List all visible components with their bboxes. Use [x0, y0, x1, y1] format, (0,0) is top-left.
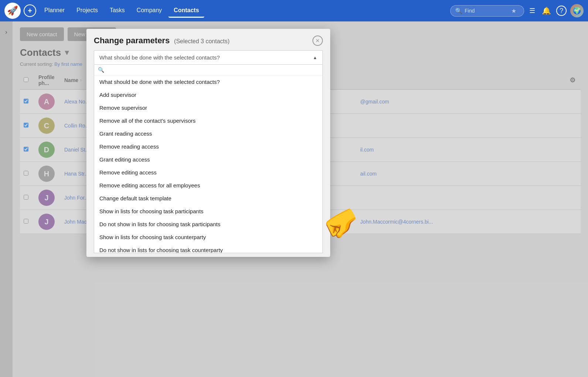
- modal-title: Change parameters: [94, 36, 170, 45]
- dropdown-item[interactable]: Remove reading access: [94, 140, 322, 153]
- dropdown-item[interactable]: Remove supervisor: [94, 101, 322, 114]
- modal-title-area: Change parameters (Selected 3 contacts): [94, 36, 230, 45]
- dropdown-item[interactable]: Remove all of the contact's supervisors: [94, 114, 322, 127]
- dropdown-item[interactable]: Do not show in lists for choosing task c…: [94, 244, 322, 253]
- help-icon[interactable]: ?: [556, 6, 567, 16]
- dropdown-item[interactable]: Remove editing access: [94, 166, 322, 179]
- dropdown-item[interactable]: What should be done with the selected co…: [94, 75, 322, 88]
- modal-header: Change parameters (Selected 3 contacts) …: [86, 29, 330, 50]
- notification-icon[interactable]: 🔔: [540, 5, 553, 17]
- nav-contacts[interactable]: Contacts: [168, 4, 204, 18]
- nav-company[interactable]: Company: [131, 4, 167, 18]
- dropdown-selector[interactable]: What should be done with the selected co…: [94, 50, 323, 65]
- nav-tasks[interactable]: Tasks: [105, 4, 130, 18]
- dropdown-item[interactable]: Remove editing access for all employees: [94, 179, 322, 192]
- close-icon: ✕: [315, 38, 320, 44]
- dropdown-search-bar: 🔍: [94, 65, 322, 75]
- dropdown-item[interactable]: Change default task template: [94, 192, 322, 205]
- sidebar: ›: [0, 21, 13, 377]
- topnav-right: 🔍 ★ ☰ 🔔 ? 🌍: [450, 4, 584, 17]
- dropdown-panel: 🔍 What should be done with the selected …: [94, 65, 323, 253]
- user-avatar[interactable]: 🌍: [570, 4, 584, 17]
- chevron-up-icon: ▲: [313, 55, 317, 60]
- app-logo[interactable]: 🚀: [4, 3, 21, 19]
- global-search[interactable]: 🔍 ★: [450, 5, 524, 17]
- nav-planner[interactable]: Planner: [39, 4, 70, 18]
- main-area: › New contact New company Contacts ▼ Cur…: [0, 21, 588, 377]
- modal-subtitle: (Selected 3 contacts): [174, 38, 229, 44]
- change-parameters-modal: Change parameters (Selected 3 contacts) …: [86, 29, 330, 257]
- modal-close-button[interactable]: ✕: [312, 35, 323, 46]
- search-icon: 🔍: [98, 67, 104, 73]
- dropdown-item[interactable]: Do not show in lists for choosing task p…: [94, 218, 322, 231]
- dropdown-item[interactable]: Grant editing access: [94, 153, 322, 166]
- dropdown-item[interactable]: Show in lists for choosing task counterp…: [94, 231, 322, 244]
- dropdown-list: What should be done with the selected co…: [94, 75, 322, 253]
- search-input[interactable]: [465, 8, 509, 14]
- search-icon: 🔍: [455, 7, 462, 14]
- add-button[interactable]: +: [24, 4, 36, 17]
- dropdown-placeholder-text: What should be done with the selected co…: [99, 54, 220, 61]
- sidebar-toggle[interactable]: ›: [5, 29, 7, 35]
- nav-projects[interactable]: Projects: [71, 4, 103, 18]
- star-icon: ★: [511, 7, 516, 14]
- dropdown-search-input[interactable]: [106, 67, 319, 73]
- topnav: 🚀 + Planner Projects Tasks Company Conta…: [0, 0, 588, 21]
- dropdown-item[interactable]: Grant reading access: [94, 127, 322, 140]
- menu-icon[interactable]: ☰: [528, 5, 537, 16]
- main-nav: Planner Projects Tasks Company Contacts: [39, 4, 447, 18]
- dropdown-item[interactable]: Add supervisor: [94, 88, 322, 101]
- content-area: New contact New company Contacts ▼ Curre…: [13, 21, 588, 377]
- dropdown-item[interactable]: Show in lists for choosing task particip…: [94, 205, 322, 218]
